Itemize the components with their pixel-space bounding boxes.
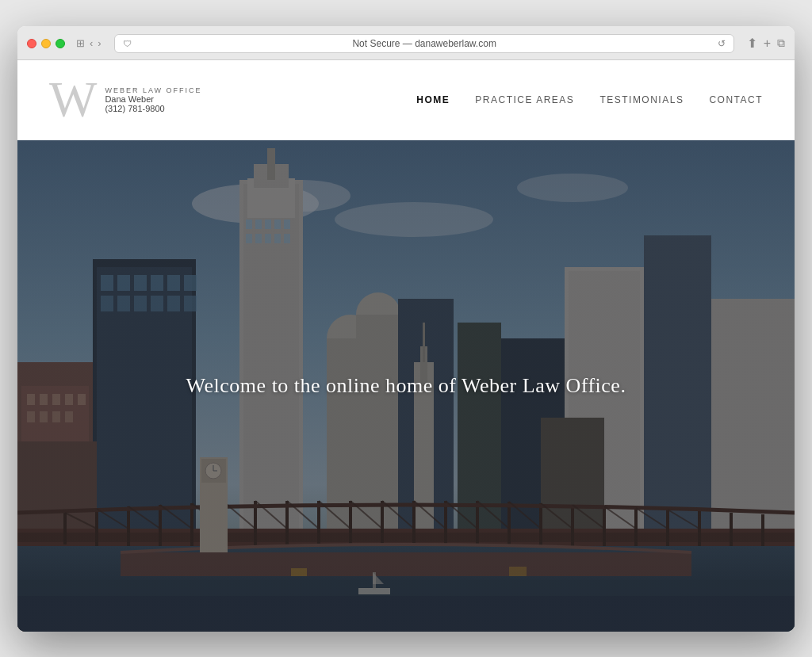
maximize-button[interactable] <box>56 39 65 48</box>
site-header: W WEBER LAW OFFICE Dana Weber (312) 781-… <box>17 60 795 140</box>
browser-window: ⊞ ‹ › 🛡 ↺ ⬆ + ⧉ W WEBER LAW OFFICE Dana … <box>17 26 795 632</box>
close-button[interactable] <box>27 39 36 48</box>
nav-item-testimonials[interactable]: TESTIMONIALS <box>599 94 684 105</box>
website: W WEBER LAW OFFICE Dana Weber (312) 781-… <box>17 60 795 632</box>
logo-letter: W <box>49 74 95 125</box>
traffic-lights <box>27 39 65 48</box>
contact-name: Dana Weber <box>105 94 201 104</box>
site-nav: HOME PRACTICE AREAS TESTIMONIALS CONTACT <box>416 94 763 105</box>
nav-item-practice-areas[interactable]: PRACTICE AREAS <box>475 94 574 105</box>
address-bar-wrapper: 🛡 ↺ <box>114 34 734 53</box>
browser-chrome: ⊞ ‹ › 🛡 ↺ ⬆ + ⧉ <box>17 26 795 60</box>
hero-section: Welcome to the online home of Weber Law … <box>17 140 795 632</box>
sidebar-toggle-icon[interactable]: ⊞ <box>76 37 85 49</box>
forward-icon[interactable]: › <box>98 37 101 49</box>
minimize-button[interactable] <box>41 39 51 48</box>
share-icon[interactable]: ⬆ <box>747 36 757 51</box>
new-tab-icon[interactable]: + <box>764 36 771 51</box>
nav-item-contact[interactable]: CONTACT <box>709 94 763 105</box>
address-bar[interactable] <box>136 38 713 49</box>
nav-item-home[interactable]: HOME <box>416 94 450 105</box>
tabs-overview-icon[interactable]: ⧉ <box>777 36 785 50</box>
browser-actions: ⬆ + ⧉ <box>747 36 785 51</box>
back-icon[interactable]: ‹ <box>90 37 93 49</box>
firm-name: WEBER LAW OFFICE <box>105 86 201 94</box>
reload-icon[interactable]: ↺ <box>718 38 726 49</box>
hero-content: Welcome to the online home of Weber Law … <box>17 140 795 632</box>
logo-area: W WEBER LAW OFFICE Dana Weber (312) 781-… <box>49 74 202 125</box>
hero-tagline: Welcome to the online home of Weber Law … <box>186 374 626 398</box>
security-icon: 🛡 <box>123 39 132 48</box>
phone-number: (312) 781-9800 <box>105 104 201 113</box>
browser-controls: ⊞ ‹ › <box>76 37 102 49</box>
logo-text: WEBER LAW OFFICE Dana Weber (312) 781-98… <box>105 86 201 113</box>
